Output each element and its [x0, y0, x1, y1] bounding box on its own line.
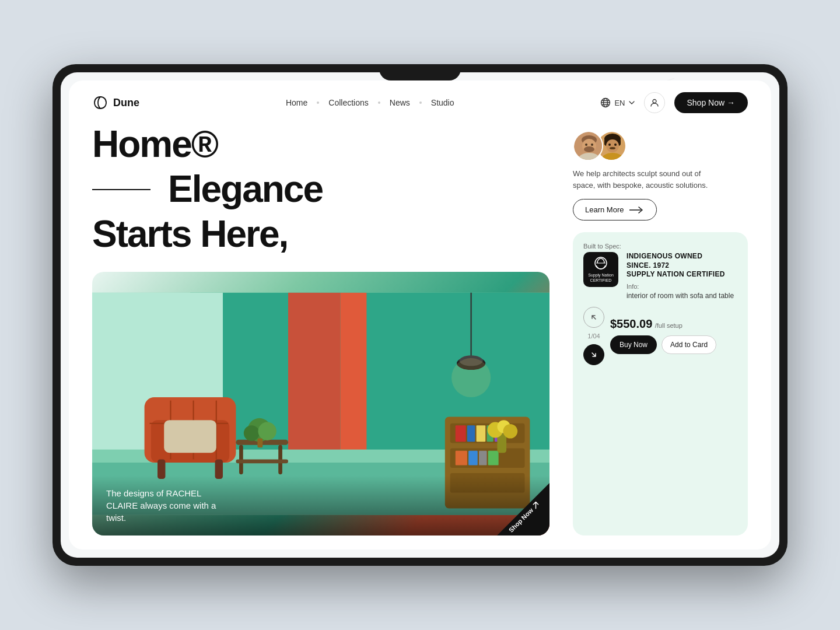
navbar: Dune Home Collections News Studio — [69, 80, 771, 125]
svg-rect-37 — [456, 425, 466, 442]
logo-icon — [92, 94, 108, 111]
svg-point-30 — [244, 425, 260, 441]
hero-image-container: The designs of RACHEL CLAIRE always come… — [92, 272, 550, 536]
product-title-block: Supply Nation CERTIFIED INDIGENOUS OWNED… — [583, 252, 737, 301]
content-area: Dune Home Collections News Studio — [69, 80, 771, 550]
arrow-icon — [531, 501, 540, 509]
left-column: Home® Elegance Starts Here, — [92, 125, 550, 536]
nav-dot-3 — [419, 102, 422, 104]
price-label: /full setup — [655, 322, 682, 329]
nav-right: EN Shop Now → — [600, 92, 748, 113]
lang-selector[interactable]: EN — [600, 97, 634, 108]
product-price: $550.09 — [610, 317, 652, 330]
supply-nation-badge: Supply Nation CERTIFIED — [583, 252, 618, 287]
user-icon — [650, 98, 659, 107]
supply-badge-text: Supply Nation CERTIFIED — [588, 272, 614, 283]
screen: Dune Home Collections News Studio — [61, 72, 779, 558]
hero-title-line1: Home® — [92, 125, 550, 164]
title-divider — [92, 189, 150, 190]
hero-title-line2: Elegance — [92, 170, 550, 209]
arrow-down-right-icon — [590, 351, 598, 359]
hero-image-overlay: The designs of RACHEL CLAIRE always come… — [92, 475, 550, 536]
spec-info-text: interior of room with sofa and table — [626, 291, 737, 301]
svg-point-66 — [614, 144, 617, 146]
svg-point-8 — [653, 100, 656, 103]
arrow-up-left-icon — [590, 313, 598, 321]
spec-title-line3: SUPPLY NATION CERTIFIED — [626, 270, 737, 279]
nav-item-studio[interactable]: Studio — [425, 96, 460, 110]
architects-description: We help architects sculpt sound out of s… — [573, 168, 713, 191]
svg-rect-24 — [164, 420, 216, 453]
nav-dot-1 — [317, 102, 319, 104]
avatar-face-1-svg — [574, 132, 603, 161]
hero-title-block: Home® Elegance Starts Here, — [92, 125, 550, 260]
spec-title-line2: SINCE. 1972 — [626, 261, 737, 271]
add-to-card-button[interactable]: Add to Card — [662, 335, 716, 354]
svg-point-49 — [452, 358, 491, 397]
built-to-spec-label: Built to Spec: — [583, 243, 737, 250]
svg-rect-39 — [477, 425, 486, 442]
buy-now-button[interactable]: Buy Now — [610, 335, 657, 354]
price-actions: $550.09 /full setup Buy Now Add to Card — [610, 317, 737, 354]
shop-now-button[interactable]: Shop Now → — [674, 92, 748, 113]
svg-point-57 — [585, 144, 587, 146]
hero-overlay-text: The designs of RACHEL CLAIRE always come… — [106, 487, 235, 524]
globe-icon — [600, 97, 611, 108]
spec-info-label: Info: — [626, 283, 737, 290]
learn-more-arrow — [629, 206, 645, 214]
avatar-1 — [573, 131, 603, 161]
right-column: We help architects sculpt sound out of s… — [573, 125, 748, 536]
nav-arrow-up-button[interactable] — [583, 307, 604, 328]
price-block: $550.09 /full setup — [610, 317, 737, 331]
nav-dot-2 — [378, 102, 380, 104]
user-icon-button[interactable] — [644, 92, 665, 113]
architects-section: We help architects sculpt sound out of s… — [573, 125, 748, 220]
svg-rect-32 — [257, 438, 262, 447]
svg-point-58 — [591, 144, 593, 146]
nav-item-collections[interactable]: Collections — [323, 96, 374, 110]
chevron-down-icon — [629, 101, 635, 104]
svg-point-31 — [258, 422, 276, 440]
svg-rect-44 — [479, 450, 487, 465]
spec-title-line1: INDIGENOUS OWNED — [626, 252, 737, 261]
nav-item-news[interactable]: News — [384, 96, 416, 110]
device-notch — [379, 64, 461, 80]
hero-title-line3: Starts Here, — [92, 215, 550, 254]
svg-rect-43 — [468, 450, 478, 465]
avatar-group — [573, 131, 748, 161]
svg-point-67 — [610, 147, 615, 149]
svg-rect-42 — [456, 450, 467, 465]
product-card-footer: 1/04 $550.09 /full setu — [583, 307, 737, 365]
svg-point-59 — [584, 146, 594, 152]
action-buttons: Buy Now Add to Card — [610, 335, 737, 354]
device-frame: Dune Home Collections News Studio — [52, 64, 788, 566]
svg-rect-38 — [467, 425, 475, 442]
svg-point-64 — [606, 139, 619, 152]
supply-nation-logo — [592, 256, 610, 272]
product-specs: INDIGENOUS OWNED SINCE. 1972 SUPPLY NATI… — [626, 252, 737, 301]
nav-links: Home Collections News Studio — [280, 96, 460, 110]
nav-arrow-down-button[interactable] — [583, 344, 604, 365]
main-content: Home® Elegance Starts Here, — [69, 125, 771, 547]
svg-rect-45 — [488, 450, 499, 465]
learn-more-button[interactable]: Learn More — [573, 199, 657, 220]
product-card: Built to Spec: — [573, 232, 748, 536]
arrow-right-icon — [629, 206, 645, 214]
svg-point-65 — [608, 144, 611, 146]
page-indicator: 1/04 — [587, 332, 600, 340]
logo[interactable]: Dune — [92, 94, 139, 111]
svg-point-53 — [503, 424, 517, 439]
nav-item-home[interactable]: Home — [280, 96, 313, 110]
nav-arrows-column: 1/04 — [583, 307, 604, 365]
svg-rect-28 — [236, 459, 288, 463]
